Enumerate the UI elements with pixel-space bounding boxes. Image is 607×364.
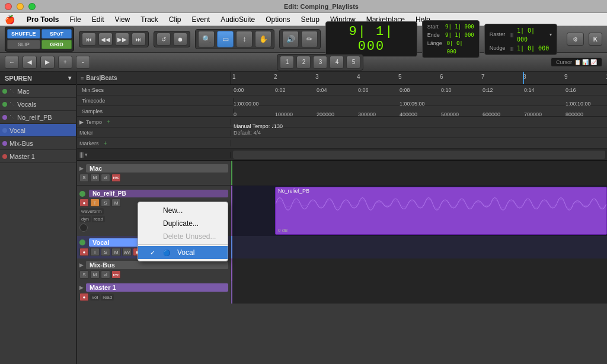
- apple-menu[interactable]: 🍎: [5, 15, 15, 24]
- menu-clip[interactable]: Clip: [164, 14, 186, 25]
- menu-track[interactable]: Track: [136, 14, 163, 25]
- mixbus-expand[interactable]: ▶: [79, 262, 84, 268]
- vocal-wv-btn[interactable]: wv: [122, 248, 132, 256]
- vocal-rec-btn[interactable]: ●: [79, 248, 89, 256]
- norelif-automation-btn[interactable]: [79, 223, 88, 232]
- master-read-btn[interactable]: read: [101, 294, 114, 301]
- punch-button[interactable]: ⏺: [173, 33, 187, 46]
- ctx-vocal[interactable]: ✓ 🔵 Vocal: [138, 246, 228, 259]
- menu-options[interactable]: Options: [261, 14, 295, 25]
- norelif-t-btn[interactable]: T: [90, 199, 100, 207]
- menu-audiosuite[interactable]: AudioSuite: [216, 14, 260, 25]
- minimize-button[interactable]: [17, 3, 24, 10]
- zoom3[interactable]: 3: [313, 56, 327, 69]
- grid-button[interactable]: GRID: [41, 40, 72, 49]
- go-end-button[interactable]: ⏭: [132, 33, 146, 46]
- sidebar-item-norelif[interactable]: ⋱ No_relif_PB: [0, 111, 76, 124]
- menu-view[interactable]: View: [110, 14, 135, 25]
- speaker-tool[interactable]: 🔊: [282, 31, 299, 47]
- back-button[interactable]: ←: [5, 56, 19, 69]
- zoomright-button[interactable]: ▶: [40, 56, 55, 69]
- mac-expand[interactable]: ▶: [79, 165, 84, 171]
- read-btn[interactable]: read: [92, 216, 105, 222]
- vocal-power[interactable]: [79, 240, 85, 245]
- trim-tool[interactable]: ▭: [217, 31, 234, 47]
- sidebar-item-mac[interactable]: ⋱ Mac: [0, 85, 76, 98]
- master-expand[interactable]: ▶: [79, 285, 84, 290]
- menu-protools[interactable]: Pro Tools: [22, 14, 63, 25]
- norelif-track-content[interactable]: No_relief_PB 0 dB: [231, 186, 607, 236]
- mac-m-btn[interactable]: M: [90, 174, 100, 182]
- pencil-tool[interactable]: ✏: [301, 31, 318, 47]
- settings-button[interactable]: ⚙: [567, 33, 584, 46]
- sidebar-item-mixbus[interactable]: Mix-Bus: [0, 137, 76, 150]
- zoomout-button[interactable]: -: [76, 56, 90, 69]
- shuffle-button[interactable]: SHUFFLE: [7, 29, 40, 39]
- mac-track-name[interactable]: Mac: [86, 164, 228, 173]
- zoom2[interactable]: 2: [296, 56, 311, 69]
- dyn-btn[interactable]: dyn: [79, 216, 91, 222]
- sidebar-item-vocal[interactable]: Vocal: [0, 124, 76, 137]
- close-button[interactable]: [5, 3, 12, 10]
- mixbus-rec-btn[interactable]: rec: [111, 270, 121, 279]
- track-view-icon[interactable]: ▾: [85, 152, 88, 158]
- mac-rec-btn[interactable]: rec: [111, 174, 121, 182]
- norelif-s-btn[interactable]: S: [101, 199, 110, 207]
- k-button[interactable]: K: [589, 33, 602, 46]
- fast-forward-button[interactable]: ▶▶: [115, 33, 129, 46]
- sidebar-menu-icon[interactable]: ▾: [68, 75, 71, 81]
- select-tool[interactable]: ↕: [236, 31, 253, 47]
- fast-rewind-button[interactable]: ◀◀: [98, 33, 113, 46]
- horizontal-scrollbar[interactable]: [233, 151, 605, 159]
- menu-setup[interactable]: Setup: [296, 14, 324, 25]
- mixbus-s-btn[interactable]: S: [79, 270, 89, 279]
- vocal-i-btn[interactable]: I: [90, 248, 100, 256]
- master-rec-btn[interactable]: ●: [79, 293, 89, 301]
- tempo-expand[interactable]: ▶: [79, 119, 84, 125]
- master-track-name[interactable]: Master 1: [86, 283, 228, 292]
- sidebar-item-master[interactable]: Master 1: [0, 150, 76, 163]
- zoom-tool[interactable]: 🔍: [198, 31, 215, 47]
- ctx-new[interactable]: New...: [138, 204, 228, 217]
- end-value: 9| 1| 000: [445, 31, 474, 39]
- vocal-s-btn[interactable]: S: [101, 248, 110, 256]
- norelif-rec-btn[interactable]: ●: [79, 199, 89, 207]
- zoomleft-button[interactable]: ◀: [23, 56, 37, 69]
- markers-add[interactable]: +: [104, 140, 107, 146]
- mixbus-track-content[interactable]: [231, 258, 607, 281]
- maximize-button[interactable]: [28, 3, 36, 10]
- menu-edit[interactable]: Edit: [87, 14, 109, 25]
- tempo-add[interactable]: +: [107, 119, 110, 125]
- norelif-track-name[interactable]: No_relif_PB: [89, 190, 228, 197]
- menu-event[interactable]: Event: [187, 14, 215, 25]
- tempo-ruler: ▶ Tempo + Manual Tempo: ♩130: [77, 117, 607, 127]
- track-ctrl-mixbus: ▶ Mix-Bus S M vl rec: [77, 258, 231, 281]
- master-vol-btn[interactable]: vol: [90, 294, 100, 301]
- mixbus-track-name[interactable]: Mix-Bus: [86, 261, 228, 269]
- zoom1[interactable]: 1: [280, 56, 294, 69]
- mac-track-content[interactable]: [231, 161, 607, 185]
- sidebar-item-vocals[interactable]: ⋱ Vocals: [0, 98, 76, 111]
- master-track-content[interactable]: [231, 281, 607, 304]
- slip-button[interactable]: SLIP: [7, 40, 40, 49]
- mac-vl-btn[interactable]: vl: [101, 174, 110, 182]
- waveform-btn[interactable]: waveform: [79, 208, 104, 215]
- spot-button[interactable]: SPoT: [41, 29, 72, 39]
- vocal-m-btn[interactable]: M: [111, 248, 121, 256]
- ctx-duplicate[interactable]: Duplicate...: [138, 217, 228, 230]
- zoom5[interactable]: 5: [346, 56, 360, 69]
- norelif-clip[interactable]: No_relief_PB 0 dB: [275, 187, 607, 235]
- mixbus-vl-btn[interactable]: vl: [101, 270, 110, 279]
- menu-file[interactable]: File: [65, 14, 85, 25]
- mixbus-m-btn[interactable]: M: [90, 270, 100, 279]
- mac-s-btn[interactable]: S: [79, 174, 89, 182]
- vocal-track-content[interactable]: [231, 236, 607, 258]
- zoomin-button[interactable]: +: [58, 56, 72, 69]
- zoom4[interactable]: 4: [330, 56, 344, 69]
- main-counter[interactable]: 9| 1| 000: [325, 21, 417, 57]
- loop-button[interactable]: ↺: [156, 33, 171, 46]
- norelif-power[interactable]: [79, 191, 85, 197]
- norelif-m-btn[interactable]: M: [111, 199, 121, 207]
- rewind-button[interactable]: ⏮: [82, 33, 96, 46]
- hand-tool[interactable]: ✋: [255, 31, 271, 47]
